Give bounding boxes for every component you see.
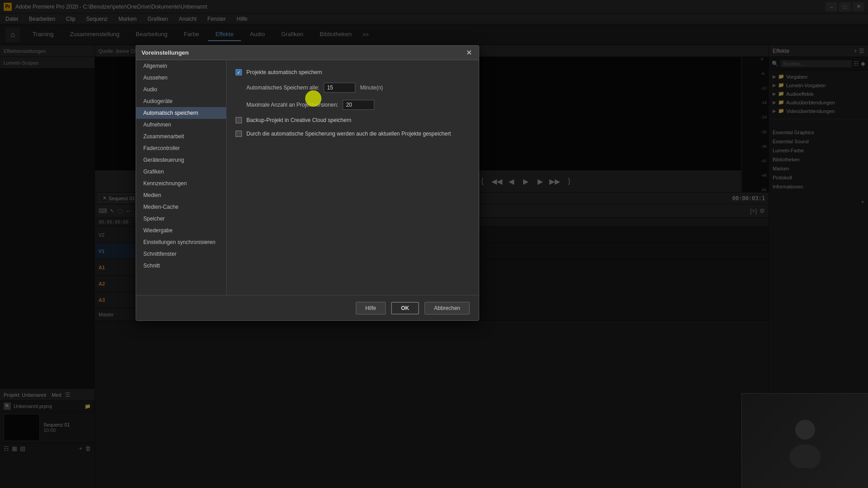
ok-button[interactable]: OK [391, 302, 419, 314]
max-versions-row: Maximale Anzahl an Projektversionen: [236, 100, 470, 110]
dialog-title-bar: Voreinstellungen ✕ [136, 46, 479, 60]
dialog-close-button[interactable]: ✕ [464, 48, 473, 57]
autosave-checkbox[interactable] [236, 69, 242, 75]
pref-medien[interactable]: Medien [136, 189, 226, 201]
pref-grafiken[interactable]: Grafiken [136, 166, 226, 178]
pref-automatisch-speichern[interactable]: Automatisch speichern [136, 107, 226, 119]
pref-zusammenarbeit[interactable]: Zusammenarbeit [136, 131, 226, 142]
pref-einstellungen-sync[interactable]: Einstellungen synchronisieren [136, 236, 226, 248]
pref-geraetesteuerung[interactable]: Gerätesteuerung [136, 154, 226, 166]
dialog-sidebar: Allgemein Aussehen Audio Audiogeräte Aut… [136, 60, 226, 295]
autosave-label: Projekte automatisch speichern [246, 69, 322, 75]
autosave-interval-label: Automatisches Speichern alle: [246, 84, 319, 91]
pref-speicher[interactable]: Speicher [136, 213, 226, 225]
dialog-body: Allgemein Aussehen Audio Audiogeräte Aut… [136, 60, 479, 295]
backup-cloud-row: Backup-Projekt in Creative Cloud speiche… [236, 117, 470, 123]
hilfe-button[interactable]: Hilfe [356, 302, 386, 314]
autosave-current-label: Durch die automatische Speicherung werde… [246, 131, 451, 137]
pref-audio[interactable]: Audio [136, 84, 226, 95]
dialog-title: Voreinstellungen [142, 49, 189, 56]
abbrechen-button[interactable]: Abbrechen [425, 302, 470, 314]
preferences-dialog: Voreinstellungen ✕ Allgemein Aussehen Au… [136, 45, 479, 321]
pref-fadercontroller[interactable]: Fadercontroller [136, 142, 226, 154]
pref-audiogeraete[interactable]: Audiogeräte [136, 95, 226, 107]
dialog-content: Projekte automatisch speichern Automatis… [226, 60, 479, 295]
pref-medien-cache[interactable]: Medien-Cache [136, 201, 226, 213]
pref-allgemein[interactable]: Allgemein [136, 60, 226, 72]
pref-wiedergabe[interactable]: Wiedergabe [136, 225, 226, 236]
pref-aussehen[interactable]: Aussehen [136, 72, 226, 84]
dialog-footer: Hilfe OK Abbrechen [136, 295, 479, 320]
autosave-interval-unit: Minute(n) [360, 84, 383, 91]
max-versions-input[interactable] [343, 100, 374, 110]
autosave-interval-input[interactable] [324, 83, 355, 93]
autosave-row: Projekte automatisch speichern [236, 69, 470, 75]
max-versions-label: Maximale Anzahl an Projektversionen: [246, 102, 338, 108]
pref-schnittfenster[interactable]: Schnittfenster [136, 248, 226, 260]
backup-cloud-label: Backup-Projekt in Creative Cloud speiche… [246, 117, 351, 123]
autosave-interval-row: Automatisches Speichern alle: Minute(n) [236, 83, 470, 93]
autosave-current-checkbox[interactable] [236, 131, 242, 137]
autosave-current-row: Durch die automatische Speicherung werde… [236, 131, 470, 137]
pref-kennzeichnungen[interactable]: Kennzeichnungen [136, 178, 226, 189]
pref-aufnehmen[interactable]: Aufnehmen [136, 119, 226, 131]
pref-schnitt[interactable]: Schnitt [136, 260, 226, 272]
backup-cloud-checkbox[interactable] [236, 117, 242, 123]
